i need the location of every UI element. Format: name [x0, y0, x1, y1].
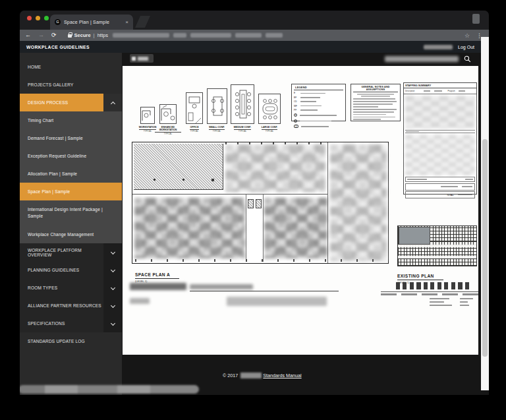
app-body: HOME PROJECTS GALLERY DESIGN PROCESS Tim…	[20, 53, 489, 395]
new-tab-button[interactable]	[135, 16, 150, 28]
sidebar-item-planning-guidelines[interactable]: PLANNING GUIDELINES	[20, 261, 122, 279]
search-icon[interactable]	[464, 55, 471, 63]
redacted-text-block	[227, 297, 327, 306]
browser-tab[interactable]: G Space Plan | Sample ×	[50, 15, 133, 30]
sidebar: HOME PROJECTS GALLERY DESIGN PROCESS Tim…	[20, 53, 122, 395]
tab-title: Space Plan | Sample	[64, 20, 109, 24]
sidebar-item-home[interactable]: HOME	[20, 58, 122, 76]
redacted-glyph	[132, 57, 136, 61]
legend-key: CD	[294, 100, 300, 103]
reload-icon[interactable]: ⟳	[51, 32, 57, 38]
sidebar-item-timing-chart[interactable]: Timing Chart	[20, 111, 122, 129]
existing-plan-thumbnail	[397, 225, 477, 266]
legend-symbol: X	[294, 125, 298, 128]
browser-toolbar: ← → ⟳ Secure | https ☆ ⋮	[20, 30, 489, 41]
existing-plan-shell-area	[399, 227, 430, 245]
logout-link[interactable]: Log Out	[458, 45, 474, 49]
sidebar-item-standards-update-log[interactable]: STANDARDS UPDATE LOG	[20, 332, 122, 350]
scrollbar-thumb[interactable]	[482, 139, 488, 357]
sidebar-item-label: International Design Intent Package | Sa…	[28, 206, 105, 220]
sidebar-item-space-plan[interactable]: Space Plan | Sample	[20, 183, 122, 200]
room-type-label: ENHANCED WORKSTATIONTYPICAL	[155, 126, 181, 136]
redacted-label	[138, 57, 148, 61]
staffing-total-label: TOTAL:	[447, 194, 454, 196]
url-redacted-segment	[266, 33, 283, 38]
plan-window-ticks	[135, 259, 385, 262]
staffing-summary-panel: STAFFING SUMMARY Description Program	[403, 82, 477, 195]
url-scheme[interactable]: https	[98, 32, 108, 38]
forward-icon[interactable]: →	[38, 32, 44, 38]
plan-rooms-redacted	[264, 198, 327, 258]
room-type-label: MEDIUM CONF.TYPICAL	[228, 126, 257, 133]
plan-rooms-redacted	[330, 144, 387, 261]
window-minimize-button[interactable]	[36, 16, 40, 20]
tab-close-icon[interactable]: ×	[125, 20, 128, 25]
chevron-down-icon	[111, 285, 115, 290]
browser-profile-icon[interactable]	[472, 14, 480, 24]
sidebar-item-label: Space Plan | Sample	[28, 189, 70, 194]
window-zoom-button[interactable]	[44, 16, 49, 20]
app-header: WORKPLACE GUIDELINES Log Out	[20, 41, 481, 53]
chevron-down-icon	[111, 321, 115, 326]
redacted-text-block	[190, 284, 253, 289]
room-type-label: LARGE CONF.TYPICAL	[256, 126, 283, 133]
app-title: WORKPLACE GUIDELINES	[26, 45, 90, 49]
notes-title: GENERAL NOTES AND ASSUMPTIONS	[353, 84, 398, 92]
sidebar-item-label: DESIGN PROCESS	[28, 100, 68, 105]
sidebar-item-design-process[interactable]: DESIGN PROCESS	[20, 94, 122, 111]
document-page[interactable]: WORKSTATIONTYPICAL ENHANCED WORKSTATIONT…	[123, 66, 478, 355]
sidebar-item-room-types[interactable]: ROOM TYPES	[20, 279, 122, 297]
app-footer: © 2017 Standards Manual	[223, 373, 302, 378]
sidebar-item-label: PROJECTS GALLERY	[28, 82, 74, 87]
notes-panel: GENERAL NOTES AND ASSUMPTIONS	[351, 84, 401, 121]
url-redacted-segment	[190, 33, 231, 38]
titleblock-rule	[381, 291, 478, 292]
sidebar-item-international-design[interactable]: International Design Intent Package | Sa…	[20, 200, 122, 225]
sidebar-item-workplace-change[interactable]: Workplace Change Management	[20, 225, 122, 243]
legend-key: E	[294, 92, 300, 94]
medium-conf-diagram	[231, 84, 254, 124]
sidebar-item-demand-forecast[interactable]: Demand Forecast | Sample	[20, 129, 122, 147]
sidebar-item-label: WORKPLACE PLATFORM OVERVIEW	[28, 248, 105, 257]
sidebar-item-specifications[interactable]: SPECIFICATIONS	[20, 315, 122, 332]
sidebar-item-label: Workplace Change Management	[28, 232, 94, 237]
copyright-text: © 2017	[223, 373, 238, 378]
window-close-button[interactable]	[27, 16, 32, 20]
search-query-redacted[interactable]	[385, 56, 459, 62]
titleblock-address-line	[381, 293, 478, 295]
url-redacted-segment	[173, 33, 186, 38]
legend-title: LEGEND	[294, 84, 343, 90]
space-plan-drawing	[132, 142, 389, 264]
sidebar-item-exception-request[interactable]: Exception Request Guideline	[20, 147, 122, 165]
plan-rooms-redacted	[225, 144, 325, 192]
sidebar-item-allocation-plan[interactable]: Allocation Plan | Sample	[20, 165, 122, 183]
status-bar-redacted	[20, 385, 199, 394]
content-action-button[interactable]	[130, 54, 154, 63]
back-icon[interactable]: ←	[25, 32, 31, 38]
shell-space-hatched-area	[134, 144, 223, 190]
legend-key: PF	[294, 109, 300, 111]
legend-symbol: D	[294, 119, 297, 123]
space-plan-title: SPACE PLAN A	[135, 272, 179, 279]
sidebar-item-workplace-platform[interactable]: WORKPLACE PLATFORM OVERVIEW	[20, 243, 122, 261]
content-area: WORKSTATIONTYPICAL ENHANCED WORKSTATIONT…	[122, 53, 481, 395]
scrollbar-track[interactable]	[481, 37, 489, 390]
chevron-up-icon	[111, 102, 115, 106]
screenshot-stage: G Space Plan | Sample × ← → ⟳ Secure | h…	[0, 0, 506, 420]
staffing-col: Program	[447, 90, 455, 92]
url-redacted-segment	[235, 33, 262, 38]
redacted-text-block	[130, 283, 186, 290]
bookmark-star-icon[interactable]: ☆	[464, 32, 470, 39]
sidebar-item-label: HOME	[28, 65, 41, 69]
sidebar-item-label: STANDARDS UPDATE LOG	[28, 339, 85, 344]
chevron-down-icon	[111, 250, 115, 255]
sidebar-item-label: Timing Chart	[28, 118, 53, 123]
brand-name-redacted	[240, 373, 262, 378]
browser-window: G Space Plan | Sample × ← → ⟳ Secure | h…	[20, 11, 489, 395]
standards-manual-link[interactable]: Standards Manual	[263, 373, 301, 378]
legend-symbol: F	[294, 113, 297, 117]
chevron-down-icon	[111, 303, 115, 308]
url-separator: |	[94, 32, 95, 38]
sidebar-item-projects-gallery[interactable]: PROJECTS GALLERY	[20, 76, 122, 94]
sidebar-item-alliance-partner[interactable]: ALLIANCE PARTNER RESOURCES	[20, 297, 122, 315]
